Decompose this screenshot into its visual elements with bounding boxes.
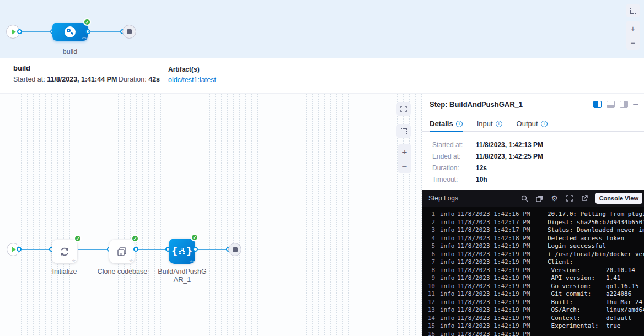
log-message: Built: Thu Mar 24 01:45 bbox=[548, 299, 644, 307]
log-line-number: 7 bbox=[425, 258, 435, 267]
log-line: 9 info 11/8/2023 1:42:19 PM API version:… bbox=[422, 274, 644, 283]
log-line: 11 info 11/8/2023 1:42:19 PM Git commit:… bbox=[422, 290, 644, 299]
step-node-clone-codebase[interactable] bbox=[109, 240, 135, 263]
log-line: 8 info 11/8/2023 1:42:19 PM Version: 20.… bbox=[422, 267, 644, 275]
log-level: info bbox=[440, 290, 457, 299]
zoom-out-button[interactable] bbox=[398, 159, 411, 173]
log-timestamp: 11/8/2023 1:42:19 PM bbox=[457, 322, 548, 330]
success-badge-icon bbox=[131, 235, 139, 242]
stage-title: build bbox=[13, 64, 30, 72]
copy-icon[interactable] bbox=[536, 194, 544, 202]
tab-details[interactable]: Details bbox=[430, 117, 463, 132]
log-level: info bbox=[440, 258, 457, 267]
edge bbox=[196, 249, 229, 250]
stage-label: build bbox=[52, 48, 88, 56]
marquee-select-button[interactable] bbox=[396, 124, 411, 138]
edge-build-to-end bbox=[88, 31, 122, 32]
stage-duration: Duration: 42s bbox=[119, 75, 160, 83]
log-level: info bbox=[440, 210, 457, 219]
panel-layout-controls bbox=[593, 101, 638, 108]
log-level: info bbox=[440, 235, 457, 243]
step-label: Clone codebase bbox=[96, 268, 149, 276]
log-message: Detected access token bbox=[548, 235, 644, 243]
zoom-in-button[interactable] bbox=[626, 21, 640, 35]
layout-bottom-icon[interactable] bbox=[607, 101, 615, 108]
stage-started: Started at: 11/8/2023, 1:41:44 PM bbox=[13, 75, 117, 83]
step-node-initialize[interactable] bbox=[52, 240, 77, 263]
log-timestamp: 11/8/2023 1:42:19 PM bbox=[457, 242, 548, 251]
log-line: 6 info 11/8/2023 1:42:19 PM + /usr/local… bbox=[422, 251, 644, 259]
log-timestamp: 11/8/2023 1:42:19 PM bbox=[457, 267, 548, 275]
log-timestamp: 11/8/2023 1:42:19 PM bbox=[457, 283, 548, 291]
search-icon[interactable] bbox=[521, 194, 529, 202]
log-line: 14 info 11/8/2023 1:42:19 PM Context: de… bbox=[422, 315, 644, 323]
minimize-icon[interactable] bbox=[633, 104, 638, 105]
info-icon bbox=[541, 121, 548, 127]
step-node-buildandpushgar[interactable] bbox=[169, 239, 195, 264]
log-line: 5 info 11/8/2023 1:42:19 PM Login succes… bbox=[422, 242, 644, 251]
log-line-number: 5 bbox=[425, 242, 435, 251]
log-message: 20.17.0: Pulling from plugins/gar bbox=[548, 210, 644, 219]
zoom-in-button[interactable] bbox=[398, 144, 411, 159]
log-message: Context: default bbox=[548, 315, 644, 323]
layout-right-icon[interactable] bbox=[620, 101, 628, 108]
log-message: Client: bbox=[548, 258, 644, 267]
artifact-link[interactable]: oidc/test1:latest bbox=[168, 76, 216, 84]
detail-value: 10h bbox=[476, 176, 487, 183]
log-timestamp: 11/8/2023 1:42:19 PM bbox=[457, 251, 548, 259]
log-line: 1 info 11/8/2023 1:42:16 PM 20.17.0: Pul… bbox=[422, 210, 644, 219]
log-level: info bbox=[440, 242, 457, 251]
log-level: info bbox=[440, 251, 457, 259]
detail-label: Timeout: bbox=[432, 176, 476, 183]
detail-row: Ended at: 11/8/2023, 1:42:25 PM bbox=[432, 150, 636, 162]
detail-value: 12s bbox=[476, 164, 487, 172]
execution-canvas[interactable]: Initialize Clone codebase BuildAndPushGA… bbox=[0, 94, 422, 336]
panel-title: Step: BuildAndPushGAR_1 bbox=[430, 100, 523, 109]
steps-end-node[interactable] bbox=[228, 243, 242, 256]
log-line: 2 info 11/8/2023 1:42:17 PM Digest: sha2… bbox=[422, 219, 644, 227]
expand-icon[interactable] bbox=[566, 194, 573, 202]
log-level: info bbox=[440, 274, 457, 283]
tab-output[interactable]: Output bbox=[517, 117, 548, 132]
fullscreen-button[interactable] bbox=[396, 102, 411, 116]
stage-node-build[interactable] bbox=[52, 23, 88, 41]
edge-dot bbox=[17, 247, 22, 252]
tab-input[interactable]: Input bbox=[477, 117, 502, 132]
edge bbox=[136, 249, 168, 250]
log-line-number: 8 bbox=[425, 267, 435, 275]
console-view-button[interactable]: Console View bbox=[595, 193, 642, 204]
log-timestamp: 11/8/2023 1:42:18 PM bbox=[457, 235, 548, 243]
log-timestamp: 11/8/2023 1:42:19 PM bbox=[457, 290, 548, 299]
detail-row: Duration: 12s bbox=[432, 162, 636, 174]
log-line-number: 1 bbox=[425, 210, 435, 219]
log-timestamp: 11/8/2023 1:42:19 PM bbox=[457, 330, 548, 336]
code-icon bbox=[190, 259, 194, 263]
detail-row: Timeout: 10h bbox=[432, 174, 636, 185]
log-message: Experimental: true bbox=[548, 322, 644, 330]
log-level: info bbox=[440, 283, 457, 291]
log-level: info bbox=[440, 306, 457, 315]
pipeline-end-node[interactable] bbox=[122, 25, 136, 39]
layout-left-icon[interactable] bbox=[593, 101, 602, 108]
build-stage-icon bbox=[65, 26, 76, 37]
open-in-new-icon[interactable] bbox=[581, 194, 588, 202]
marquee-icon bbox=[401, 128, 407, 134]
marquee-icon bbox=[630, 8, 636, 14]
step-logs-console: Step Logs ⚙ Console View 1 info 11/8/202… bbox=[422, 190, 644, 336]
log-line-number: 11 bbox=[425, 290, 435, 299]
log-message: Login successful bbox=[548, 242, 644, 251]
panel-tabs: Details Input Output bbox=[422, 117, 644, 132]
log-body[interactable]: 1 info 11/8/2023 1:42:16 PM 20.17.0: Pul… bbox=[422, 207, 644, 336]
marquee-select-button[interactable] bbox=[626, 4, 640, 17]
info-icon bbox=[496, 121, 502, 127]
success-badge-icon bbox=[83, 18, 91, 26]
sync-icon bbox=[58, 246, 71, 258]
log-line-number: 6 bbox=[425, 251, 435, 259]
log-line-number: 3 bbox=[425, 226, 435, 235]
zoom-out-button[interactable] bbox=[626, 35, 640, 50]
log-message: Status: Downloaded newer image for p bbox=[548, 226, 644, 235]
settings-gear-icon[interactable]: ⚙ bbox=[551, 194, 559, 202]
code-icon bbox=[129, 259, 133, 262]
strip-zoom-control bbox=[626, 21, 640, 50]
log-timestamp: 11/8/2023 1:42:19 PM bbox=[457, 315, 548, 323]
